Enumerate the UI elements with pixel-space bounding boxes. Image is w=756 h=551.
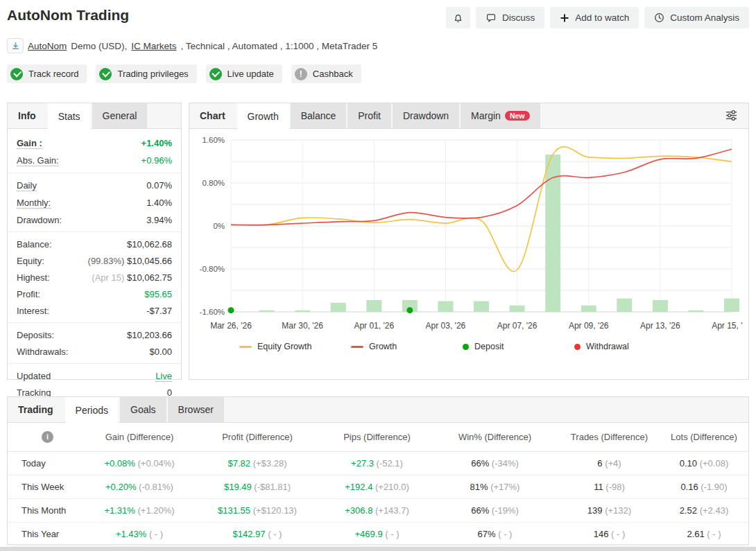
clock-icon xyxy=(654,12,664,23)
discuss-label: Discuss xyxy=(502,12,535,23)
period-cell-pips-difference: +192.4 (+210.0) xyxy=(323,482,431,492)
stat-value-main[interactable]: Live xyxy=(155,371,172,382)
legend-label: Deposit xyxy=(474,342,504,351)
stat-row-interest: Interest:-$7.37 xyxy=(8,302,181,319)
broker-link[interactable]: IC Markets xyxy=(131,41,176,51)
chart-tab-profit[interactable]: Profit xyxy=(347,103,391,128)
stat-value: $95.65 xyxy=(144,289,172,299)
x-axis-label: Apr 07, '26 xyxy=(497,321,538,331)
period-cell-lots-difference: 2.61 ( - ) xyxy=(660,529,748,539)
stat-label[interactable]: Daily xyxy=(17,180,37,191)
x-axis-label: Apr 09, '26 xyxy=(569,321,609,331)
stats-group-divider xyxy=(8,173,181,173)
y-axis-label: 1.60% xyxy=(202,136,225,144)
equity-growth-line xyxy=(231,147,732,272)
custom-analysis-button[interactable]: Custom Analysis xyxy=(644,7,749,28)
chart-tab-label: Margin xyxy=(471,110,501,121)
cell-value: 67% xyxy=(478,529,496,539)
stat-label: Drawdown: xyxy=(17,215,62,225)
cell-difference: ( - ) xyxy=(496,529,513,539)
stat-value-main: $10,062.68 xyxy=(127,239,172,250)
stat-value-main: 0.07% xyxy=(146,180,172,191)
cell-value: $131.55 xyxy=(218,505,250,516)
period-cell-pips-difference: +469.9 ( - ) xyxy=(323,529,431,539)
stats-tab-general[interactable]: General xyxy=(92,103,148,128)
period-cell-win-difference: 66% (-34%) xyxy=(431,458,559,469)
chart-tab-growth[interactable]: Growth xyxy=(237,103,289,129)
periods-tab-trading[interactable]: Trading xyxy=(8,397,64,422)
legend-item-equity-growth[interactable]: Equity Growth xyxy=(239,342,351,351)
stats-tab-stats[interactable]: Stats xyxy=(48,103,91,129)
stat-value: $10,203.66 xyxy=(127,330,172,340)
growth-chart[interactable]: -1.60%-0.80%0%0.80%1.60%Mar 26, '26Mar 3… xyxy=(191,130,743,335)
legend-label: Equity Growth xyxy=(257,342,312,351)
chart-tab-margin[interactable]: MarginNew xyxy=(461,103,540,128)
chart-tab-label: Chart xyxy=(200,110,225,121)
stat-row-abs-gain: Abs. Gain:+0.96% xyxy=(8,152,181,169)
growth-line xyxy=(231,149,732,225)
cell-difference: (+1.20%) xyxy=(135,505,175,516)
cell-difference: (+$120.13) xyxy=(250,505,297,516)
stat-label[interactable]: Abs. Gain: xyxy=(17,155,59,166)
legend-item-deposit[interactable]: Deposit xyxy=(463,342,574,351)
stat-label[interactable]: Gain : xyxy=(17,138,42,149)
info-icon[interactable]: i xyxy=(42,431,53,443)
discuss-button[interactable]: Discuss xyxy=(476,7,544,28)
cell-value: 6 xyxy=(597,458,602,469)
periods-tab-goals[interactable]: Goals xyxy=(120,397,166,422)
cell-difference: (+$3.28) xyxy=(250,458,286,469)
periods-tab-periods[interactable]: Periods xyxy=(65,397,119,423)
chat-icon xyxy=(486,12,497,23)
legend-swatch-dot xyxy=(463,344,469,350)
badge-track-record[interactable]: Track record xyxy=(7,64,87,83)
x-axis-label: Apr 15, '26 xyxy=(712,321,743,331)
legend-swatch-line xyxy=(239,346,252,348)
account-type-text: Demo (USD), xyxy=(71,41,127,51)
badge-trading-privileges[interactable]: Trading privileges xyxy=(96,64,196,83)
stats-panel: InfoStatsGeneral Gain :+1.40%Abs. Gain:+… xyxy=(7,103,182,380)
legend-item-withdrawal[interactable]: Withdrawal xyxy=(574,342,686,351)
badge-live-update[interactable]: Live update xyxy=(206,64,282,83)
chart-tab-balance[interactable]: Balance xyxy=(291,103,347,128)
periods-table: iGain (Difference)Profit (Difference)Pip… xyxy=(8,423,748,546)
system-link[interactable]: AutoNom xyxy=(28,41,67,51)
chart-tab-chart[interactable]: Chart xyxy=(189,103,236,128)
periods-tab-browser[interactable]: Browser xyxy=(168,397,224,422)
stats-tab-label: Info xyxy=(18,110,36,121)
stat-value-main: 3.94% xyxy=(146,215,172,225)
stat-value: +0.96% xyxy=(141,155,172,166)
stat-value: (Apr 15) $10,062.75 xyxy=(92,272,172,283)
period-cell-trades-difference: 146 ( - ) xyxy=(559,529,660,539)
cell-difference: (+0.04%) xyxy=(135,458,175,469)
period-cell-gain-difference: +0.08% (+0.04%) xyxy=(87,458,191,469)
chart-tab-drawdown[interactable]: Drawdown xyxy=(393,103,459,128)
cell-value: 2.61 xyxy=(687,529,704,539)
stats-list: Gain :+1.40%Abs. Gain:+0.96%Daily0.07%Mo… xyxy=(8,129,181,401)
stat-value: (99.83%) $10,045.66 xyxy=(88,256,172,266)
cell-value: +192.4 xyxy=(345,482,372,492)
badge-cashback[interactable]: Cashback xyxy=(291,64,361,83)
tune-icon xyxy=(725,110,738,123)
add-to-watch-button[interactable]: Add to watch xyxy=(550,7,639,28)
chart-panel: ChartGrowthBalanceProfitDrawdownMarginNe… xyxy=(189,103,749,380)
legend-item-growth[interactable]: Growth xyxy=(351,342,463,351)
stats-group-divider xyxy=(8,363,181,364)
chart-settings-button[interactable] xyxy=(721,107,741,125)
x-axis-label: Mar 26, '26 xyxy=(210,321,252,331)
cell-value: +27.3 xyxy=(351,458,374,469)
stats-tab-info[interactable]: Info xyxy=(8,103,46,128)
system-subtitle: AutoNom Demo (USD), IC Markets , Technic… xyxy=(7,38,749,53)
stat-value-prefix: (99.83%) xyxy=(88,256,127,266)
stat-label[interactable]: Monthly: xyxy=(17,198,51,209)
cell-value: 66% xyxy=(471,458,489,469)
notifications-button[interactable] xyxy=(446,7,470,28)
volume-bar xyxy=(724,299,739,312)
deposit-marker xyxy=(406,307,413,313)
period-row-this-month: This Month+1.31% (+1.20%)$131.55 (+$120.… xyxy=(8,499,748,523)
stat-value: 3.94% xyxy=(146,215,172,225)
stat-label: Deposits: xyxy=(17,330,54,340)
plus-icon xyxy=(560,13,569,23)
stat-row-deposits: Deposits:$10,203.66 xyxy=(8,326,181,343)
volume-bar xyxy=(510,306,525,312)
cell-difference: (-98) xyxy=(603,482,625,492)
